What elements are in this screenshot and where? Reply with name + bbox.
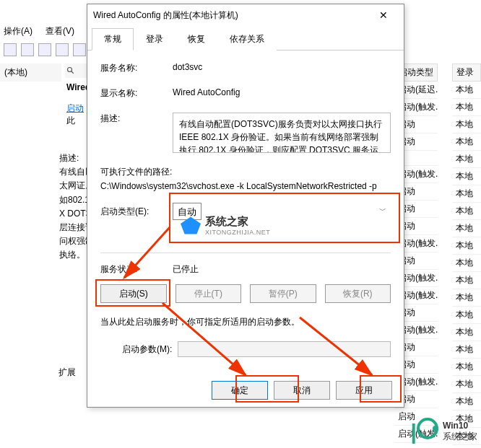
close-icon[interactable]: ✕ [369,5,398,25]
service-status: 已停止 [173,263,199,276]
service-title-truncated: Wired [66,82,85,92]
table-row[interactable]: 本地 [452,168,481,185]
properties-dialog: Wired AutoConfig 的属性(本地计算机) ✕ 常规 登录 恢复 依… [87,4,404,408]
table-row[interactable]: 本地 [452,99,481,116]
table-row[interactable]: 本地 [452,324,481,341]
pause-button: 暂停(P) [250,284,316,303]
left-panel: (本地) [0,63,61,82]
description-label: 描述: [100,113,173,153]
table-row[interactable]: 本地 [452,359,481,376]
service-name-label: 服务名称: [100,62,173,74]
ok-button[interactable]: 确定 [212,381,268,400]
table-row[interactable]: 本地 [452,203,481,220]
apply-button[interactable]: 应用 [336,381,392,400]
col-logon[interactable]: 登录 [452,63,481,82]
table-row[interactable]: 本地 [452,255,481,272]
tab-general[interactable]: 常规 [92,28,134,50]
display-name-label: 显示名称: [100,87,173,100]
toolbar-icon[interactable] [21,43,34,56]
left-panel-header: (本地) [0,63,61,82]
display-name: Wired AutoConfig [173,87,391,100]
table-row[interactable]: 本地 [452,220,481,237]
exe-path: C:\Windows\system32\svchost.exe -k Local… [100,181,391,191]
table-row[interactable]: 本地 [452,82,481,99]
menubar: 操作(A) 查看(V) [4,25,74,38]
toolbar-icon[interactable] [56,43,69,56]
toolbar-icon[interactable] [4,43,17,56]
menu-action[interactable]: 操作(A) [4,25,32,38]
tab-strip: 常规 登录 恢复 依存关系 [87,27,404,50]
stop-button: 停止(T) [176,284,242,303]
dialog-titlebar: Wired AutoConfig 的属性(本地计算机) ✕ [87,4,404,26]
table-row[interactable]: 本地 [452,341,481,359]
watermark-corner: | Win10 系统之家 [411,418,477,444]
tab-recovery[interactable]: 恢复 [176,28,217,50]
separator [100,252,391,253]
svg-point-0 [68,68,72,72]
expand-tab[interactable]: 扩展 [54,362,80,383]
tab-dependencies[interactable]: 依存关系 [217,28,277,50]
table-row[interactable]: 本地 [452,237,481,255]
mid-panel-header: (本地) [65,63,87,78]
startup-type-select[interactable]: 自动 [173,203,202,220]
svg-line-1 [72,71,74,74]
toolbar-icon[interactable] [73,43,86,56]
startup-type-label: 启动类型(E): [100,206,173,218]
cancel-button[interactable]: 取消 [274,381,330,400]
hint-text: 当从此处启动服务时，你可指定所适用的启动参数。 [100,316,391,328]
resume-button: 恢复(R) [325,284,391,303]
service-name: dot3svc [173,62,391,74]
table-row[interactable]: 本地 [452,272,481,289]
table-row[interactable]: 本地 [452,133,481,151]
start-link[interactable]: 启动 [66,103,84,113]
start-button[interactable]: 启动(S) [100,284,167,303]
table-row[interactable]: 本地 [452,116,481,133]
exe-path-label: 可执行文件的路径: [100,166,391,178]
dialog-title: Wired AutoConfig 的属性(本地计算机) [93,9,238,22]
table-row[interactable]: 本地 [452,289,481,307]
table-row[interactable]: 本地 [452,151,481,168]
toolbar-icon[interactable] [38,43,51,56]
table-row[interactable]: 本地 [452,307,481,324]
mid-panel: (本地) Wired 启动此 [65,63,87,131]
table-row[interactable]: 本地 [452,393,481,410]
tab-logon[interactable]: 登录 [134,28,176,50]
description-textarea[interactable]: 有线自动配置(DOT3SVC)服务负责对以太网接口执行 IEEE 802.1X … [173,113,391,153]
table-row[interactable]: 本地 [452,376,481,393]
table-row[interactable]: 本地 [452,185,481,203]
toolbar [4,43,86,56]
search-icon [66,66,75,75]
menu-view[interactable]: 查看(V) [46,25,74,38]
service-status-label: 服务状态: [100,263,173,276]
start-param-label: 启动参数(M): [122,343,172,356]
start-param-input [178,341,391,357]
